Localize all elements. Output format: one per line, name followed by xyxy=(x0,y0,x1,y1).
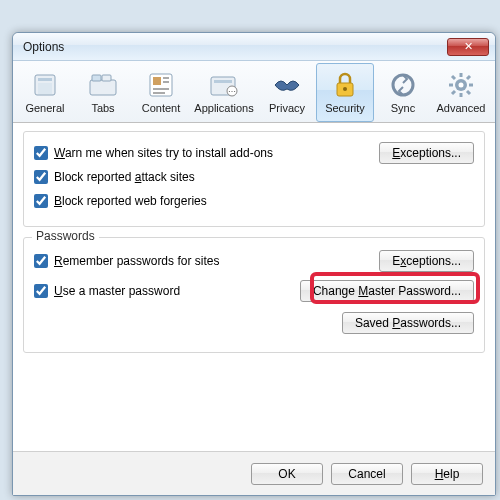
svg-rect-3 xyxy=(90,80,116,95)
svg-line-25 xyxy=(467,91,470,94)
cancel-button[interactable]: Cancel xyxy=(331,463,403,485)
ok-button[interactable]: OK xyxy=(251,463,323,485)
tab-privacy[interactable]: Privacy xyxy=(258,63,316,122)
security-panel: Warn me when sites try to install add-on… xyxy=(13,123,495,449)
remember-passwords-checkbox[interactable]: Remember passwords for sites xyxy=(34,254,219,268)
block-attack-input[interactable] xyxy=(34,170,48,184)
block-attack-label: Block reported attack sites xyxy=(54,170,195,184)
svg-rect-4 xyxy=(92,75,101,81)
change-master-password-button[interactable]: Change Master Password... xyxy=(300,280,474,302)
svg-rect-2 xyxy=(38,83,52,94)
svg-rect-9 xyxy=(163,81,169,83)
close-button[interactable]: ✕ xyxy=(447,38,489,56)
block-attack-row: Block reported attack sites xyxy=(34,166,474,188)
use-master-input[interactable] xyxy=(34,284,48,298)
addons-exceptions-button[interactable]: Exceptions... xyxy=(379,142,474,164)
tab-applications[interactable]: ⋯ Applications xyxy=(190,63,258,122)
tab-security[interactable]: Security xyxy=(316,63,374,122)
warn-addons-checkbox[interactable]: Warn me when sites try to install add-on… xyxy=(34,146,273,160)
tab-label: Applications xyxy=(194,102,253,114)
close-icon: ✕ xyxy=(464,40,473,53)
use-master-row: Use a master password Change Master Pass… xyxy=(34,280,474,302)
warn-addons-input[interactable] xyxy=(34,146,48,160)
options-window: Options ✕ General Tabs Content ⋯ xyxy=(12,32,496,496)
tab-general[interactable]: General xyxy=(16,63,74,122)
warn-addons-row: Warn me when sites try to install add-on… xyxy=(34,142,474,164)
tab-advanced[interactable]: Advanced xyxy=(432,63,490,122)
block-forgery-input[interactable] xyxy=(34,194,48,208)
use-master-checkbox[interactable]: Use a master password xyxy=(34,284,180,298)
passwords-exceptions-button[interactable]: Exceptions... xyxy=(379,250,474,272)
tab-label: Security xyxy=(325,102,365,114)
security-icon xyxy=(330,71,360,99)
saved-passwords-button[interactable]: Saved Passwords... xyxy=(342,312,474,334)
svg-line-24 xyxy=(452,76,455,79)
passwords-group-label: Passwords xyxy=(32,229,99,243)
sync-icon xyxy=(388,71,418,99)
privacy-icon xyxy=(272,71,302,99)
titlebar[interactable]: Options ✕ xyxy=(13,33,495,61)
svg-rect-11 xyxy=(153,92,165,94)
svg-rect-7 xyxy=(153,77,161,85)
tabs-icon xyxy=(88,71,118,99)
svg-rect-5 xyxy=(102,75,111,81)
svg-rect-8 xyxy=(163,77,169,79)
applications-icon: ⋯ xyxy=(209,71,239,99)
passwords-group: Passwords Remember passwords for sites E… xyxy=(23,237,485,353)
warn-addons-label: Warn me when sites try to install add-on… xyxy=(54,146,273,160)
use-master-label: Use a master password xyxy=(54,284,180,298)
tab-tabs[interactable]: Tabs xyxy=(74,63,132,122)
svg-point-18 xyxy=(393,75,413,95)
remember-passwords-row: Remember passwords for sites Exceptions.… xyxy=(34,250,474,272)
svg-rect-1 xyxy=(38,78,52,81)
svg-point-28 xyxy=(459,83,464,88)
window-title: Options xyxy=(23,40,447,54)
general-icon xyxy=(30,71,60,99)
options-tabs: General Tabs Content ⋯ Applications Priv… xyxy=(13,61,495,123)
svg-rect-10 xyxy=(153,88,169,90)
svg-line-26 xyxy=(467,76,470,79)
tab-label: Content xyxy=(142,102,181,114)
svg-point-17 xyxy=(343,87,347,91)
help-button[interactable]: Help xyxy=(411,463,483,485)
block-attack-checkbox[interactable]: Block reported attack sites xyxy=(34,170,195,184)
tab-label: General xyxy=(25,102,64,114)
general-security-group: Warn me when sites try to install add-on… xyxy=(23,131,485,227)
block-forgery-row: Block reported web forgeries xyxy=(34,190,474,212)
advanced-icon xyxy=(446,71,476,99)
content-icon xyxy=(146,71,176,99)
remember-passwords-label: Remember passwords for sites xyxy=(54,254,219,268)
remember-passwords-input[interactable] xyxy=(34,254,48,268)
dialog-buttons: OK Cancel Help xyxy=(13,451,495,495)
svg-line-27 xyxy=(452,91,455,94)
tab-label: Sync xyxy=(391,102,415,114)
tab-label: Advanced xyxy=(437,102,486,114)
block-forgery-label: Block reported web forgeries xyxy=(54,194,207,208)
saved-passwords-row: Saved Passwords... xyxy=(34,312,474,334)
tab-label: Tabs xyxy=(91,102,114,114)
tab-sync[interactable]: Sync xyxy=(374,63,432,122)
block-forgery-checkbox[interactable]: Block reported web forgeries xyxy=(34,194,207,208)
tab-label: Privacy xyxy=(269,102,305,114)
svg-rect-13 xyxy=(214,80,232,83)
svg-text:⋯: ⋯ xyxy=(228,87,236,96)
tab-content[interactable]: Content xyxy=(132,63,190,122)
